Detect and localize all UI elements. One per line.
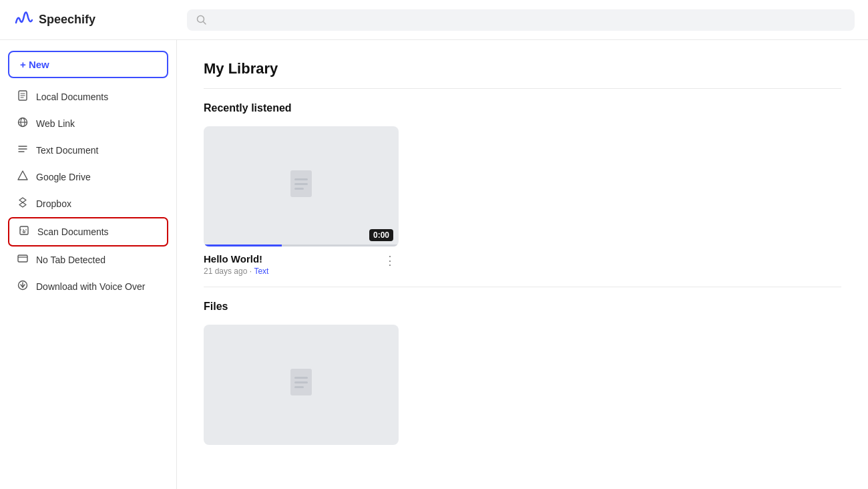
sidebar-item-label: Web Link bbox=[36, 118, 75, 129]
sidebar-item-local-documents[interactable]: Local Documents bbox=[8, 84, 168, 110]
svg-rect-28 bbox=[294, 386, 304, 388]
card-more-button[interactable]: ⋮ bbox=[381, 253, 399, 268]
card-hello-world[interactable]: 0:00 Hello World! 21 days ago · Text bbox=[204, 126, 399, 276]
sidebar-item-download-voice-over[interactable]: Download with Voice Over bbox=[8, 273, 168, 300]
card-text: Hello World! 21 days ago · Text bbox=[204, 253, 268, 276]
logo-text: Speechify bbox=[39, 13, 95, 27]
sidebar-item-no-tab-detected[interactable]: No Tab Detected bbox=[8, 247, 168, 273]
svg-rect-24 bbox=[294, 188, 304, 190]
svg-rect-17 bbox=[18, 255, 27, 262]
sidebar-item-label: Local Documents bbox=[36, 92, 108, 102]
svg-rect-26 bbox=[294, 377, 308, 379]
header: Speechify bbox=[0, 0, 868, 40]
search-icon bbox=[196, 15, 207, 25]
files-title: Files bbox=[204, 301, 841, 313]
card-meta-tag: Text bbox=[254, 267, 268, 276]
google-drive-icon bbox=[16, 170, 29, 184]
card-meta: 21 days ago · Text bbox=[204, 267, 268, 276]
logo-icon bbox=[13, 8, 33, 32]
file-document-icon bbox=[285, 366, 317, 403]
time-badge: 0:00 bbox=[369, 229, 393, 241]
sidebar-item-text-document[interactable]: Text Document bbox=[8, 137, 168, 164]
file-card-1[interactable] bbox=[204, 325, 399, 452]
card-meta-date: 21 days ago bbox=[204, 267, 247, 276]
sidebar-item-label: Google Drive bbox=[36, 172, 91, 182]
main-content: My Library Recently listened 0:00 bbox=[177, 40, 868, 489]
section-divider-files bbox=[204, 287, 841, 287]
dropbox-icon bbox=[16, 196, 29, 211]
file-card-thumbnail bbox=[204, 325, 399, 445]
search-bar bbox=[187, 9, 855, 31]
sidebar-item-dropbox[interactable]: Dropbox bbox=[8, 190, 168, 217]
web-link-icon bbox=[16, 116, 29, 131]
card-title: Hello World! bbox=[204, 253, 268, 265]
section-divider-top bbox=[204, 88, 841, 89]
files-cards bbox=[204, 325, 841, 452]
sidebar-item-label: Text Document bbox=[36, 145, 98, 156]
svg-rect-22 bbox=[294, 178, 308, 180]
files-section: Files bbox=[204, 301, 841, 452]
page-title: My Library bbox=[204, 60, 841, 77]
svg-marker-13 bbox=[19, 198, 26, 207]
text-document-icon bbox=[16, 143, 29, 158]
svg-rect-27 bbox=[294, 381, 308, 383]
local-documents-icon bbox=[16, 90, 29, 104]
svg-line-1 bbox=[204, 21, 206, 24]
sidebar-item-google-drive[interactable]: Google Drive bbox=[8, 164, 168, 190]
sidebar-item-label: Dropbox bbox=[36, 198, 71, 209]
card-thumbnail: 0:00 bbox=[204, 126, 399, 247]
sidebar-item-web-link[interactable]: Web Link bbox=[8, 110, 168, 137]
svg-marker-12 bbox=[18, 171, 27, 180]
svg-point-16 bbox=[23, 231, 25, 233]
new-button[interactable]: + New bbox=[8, 51, 168, 78]
sidebar-item-label: Scan Documents bbox=[37, 226, 109, 237]
recently-listened-section: Recently listened 0:00 bbox=[204, 102, 841, 276]
no-tab-detected-icon bbox=[16, 253, 29, 267]
card-info: Hello World! 21 days ago · Text ⋮ bbox=[204, 253, 399, 276]
search-input[interactable] bbox=[212, 15, 845, 25]
scan-documents-icon bbox=[17, 224, 31, 239]
svg-rect-23 bbox=[294, 183, 308, 185]
recently-listened-cards: 0:00 Hello World! 21 days ago · Text bbox=[204, 126, 841, 276]
progress-bar-container bbox=[204, 244, 399, 247]
logo-area: Speechify bbox=[13, 8, 187, 32]
sidebar-item-label: No Tab Detected bbox=[36, 255, 105, 265]
download-voice-over-icon bbox=[16, 279, 29, 294]
card-document-icon bbox=[285, 168, 317, 205]
progress-bar-fill bbox=[204, 244, 282, 247]
recently-listened-title: Recently listened bbox=[204, 102, 841, 114]
sidebar-item-scan-documents[interactable]: Scan Documents bbox=[8, 217, 168, 247]
body: + New Local Documents Web Link Text Docu… bbox=[0, 40, 868, 489]
sidebar-item-label: Download with Voice Over bbox=[36, 281, 145, 292]
sidebar: + New Local Documents Web Link Text Docu… bbox=[0, 40, 177, 489]
